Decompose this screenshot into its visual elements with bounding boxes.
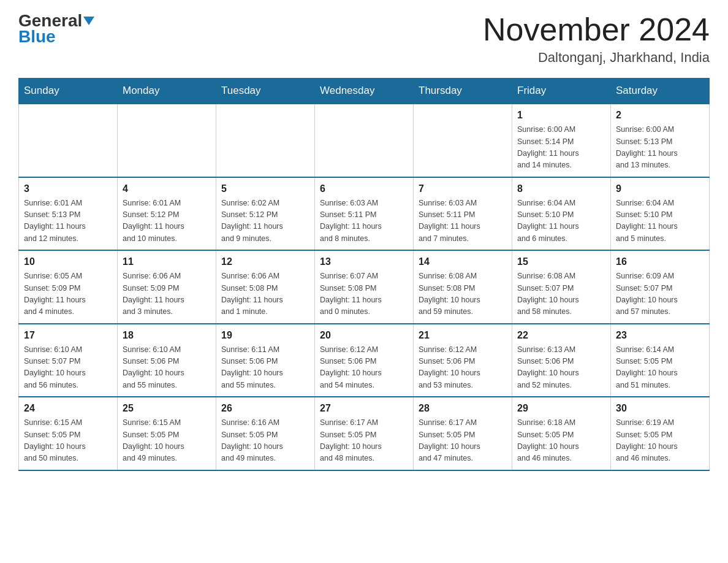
calendar-week-4: 17Sunrise: 6:10 AMSunset: 5:07 PMDayligh…	[19, 324, 710, 397]
calendar-cell: 28Sunrise: 6:17 AMSunset: 5:05 PMDayligh…	[414, 397, 512, 470]
calendar-cell: 25Sunrise: 6:15 AMSunset: 5:05 PMDayligh…	[118, 397, 216, 470]
calendar-header-wednesday: Wednesday	[315, 79, 414, 104]
calendar-cell: 13Sunrise: 6:07 AMSunset: 5:08 PMDayligh…	[315, 250, 414, 324]
sun-info: Sunrise: 6:14 AMSunset: 5:05 PMDaylight:…	[616, 344, 704, 392]
sun-info: Sunrise: 6:04 AMSunset: 5:10 PMDaylight:…	[517, 197, 605, 245]
calendar-cell: 16Sunrise: 6:09 AMSunset: 5:07 PMDayligh…	[611, 250, 710, 324]
calendar-header-tuesday: Tuesday	[216, 79, 315, 104]
day-number: 2	[616, 108, 704, 123]
calendar-cell: 17Sunrise: 6:10 AMSunset: 5:07 PMDayligh…	[19, 324, 118, 397]
day-number: 9	[616, 182, 704, 196]
calendar-cell	[315, 104, 414, 177]
day-number: 12	[221, 255, 309, 269]
calendar-cell: 7Sunrise: 6:03 AMSunset: 5:11 PMDaylight…	[414, 177, 512, 251]
calendar-cell	[216, 104, 315, 177]
calendar-header-monday: Monday	[118, 79, 216, 104]
day-number: 18	[123, 328, 211, 343]
day-number: 22	[517, 328, 605, 343]
day-number: 19	[221, 328, 309, 343]
calendar-cell: 22Sunrise: 6:13 AMSunset: 5:06 PMDayligh…	[512, 324, 611, 397]
calendar-cell: 9Sunrise: 6:04 AMSunset: 5:10 PMDaylight…	[611, 177, 710, 251]
sun-info: Sunrise: 6:03 AMSunset: 5:11 PMDaylight:…	[320, 197, 408, 245]
day-number: 30	[616, 401, 704, 416]
day-number: 14	[419, 255, 507, 269]
calendar-header-saturday: Saturday	[611, 79, 710, 104]
day-number: 26	[221, 401, 309, 416]
sun-info: Sunrise: 6:01 AMSunset: 5:13 PMDaylight:…	[24, 197, 112, 245]
logo-triangle-icon	[83, 17, 94, 25]
calendar-cell: 12Sunrise: 6:06 AMSunset: 5:08 PMDayligh…	[216, 250, 315, 324]
calendar-week-2: 3Sunrise: 6:01 AMSunset: 5:13 PMDaylight…	[19, 177, 710, 251]
day-number: 29	[517, 401, 605, 416]
day-number: 24	[24, 401, 112, 416]
calendar-cell: 3Sunrise: 6:01 AMSunset: 5:13 PMDaylight…	[19, 177, 118, 251]
logo-blue: Blue	[18, 27, 56, 47]
sun-info: Sunrise: 6:18 AMSunset: 5:05 PMDaylight:…	[517, 417, 605, 465]
day-number: 6	[320, 182, 408, 196]
day-number: 16	[616, 255, 704, 269]
calendar-cell: 30Sunrise: 6:19 AMSunset: 5:05 PMDayligh…	[611, 397, 710, 470]
sun-info: Sunrise: 6:04 AMSunset: 5:10 PMDaylight:…	[616, 197, 704, 245]
page-header: General Blue November 2024 Daltonganj, J…	[18, 12, 710, 66]
calendar-table: SundayMondayTuesdayWednesdayThursdayFrid…	[18, 78, 710, 471]
day-number: 25	[123, 401, 211, 416]
calendar-week-5: 24Sunrise: 6:15 AMSunset: 5:05 PMDayligh…	[19, 397, 710, 470]
day-number: 28	[419, 401, 507, 416]
sun-info: Sunrise: 6:06 AMSunset: 5:08 PMDaylight:…	[221, 270, 309, 318]
calendar-cell	[19, 104, 118, 177]
calendar-week-3: 10Sunrise: 6:05 AMSunset: 5:09 PMDayligh…	[19, 250, 710, 324]
sun-info: Sunrise: 6:03 AMSunset: 5:11 PMDaylight:…	[419, 197, 507, 245]
sun-info: Sunrise: 6:00 AMSunset: 5:14 PMDaylight:…	[517, 124, 605, 172]
sun-info: Sunrise: 6:17 AMSunset: 5:05 PMDaylight:…	[320, 417, 408, 465]
sun-info: Sunrise: 6:10 AMSunset: 5:07 PMDaylight:…	[24, 344, 112, 392]
sun-info: Sunrise: 6:13 AMSunset: 5:06 PMDaylight:…	[517, 344, 605, 392]
calendar-cell	[414, 104, 512, 177]
day-number: 11	[123, 255, 211, 269]
day-number: 13	[320, 255, 408, 269]
sun-info: Sunrise: 6:05 AMSunset: 5:09 PMDaylight:…	[24, 270, 112, 318]
month-year: November 2024	[483, 12, 710, 47]
day-number: 20	[320, 328, 408, 343]
calendar-cell: 15Sunrise: 6:08 AMSunset: 5:07 PMDayligh…	[512, 250, 611, 324]
day-number: 10	[24, 255, 112, 269]
calendar-header-thursday: Thursday	[414, 79, 512, 104]
sun-info: Sunrise: 6:15 AMSunset: 5:05 PMDaylight:…	[123, 417, 211, 465]
sun-info: Sunrise: 6:08 AMSunset: 5:07 PMDaylight:…	[517, 270, 605, 318]
calendar-cell: 27Sunrise: 6:17 AMSunset: 5:05 PMDayligh…	[315, 397, 414, 470]
calendar-cell: 10Sunrise: 6:05 AMSunset: 5:09 PMDayligh…	[19, 250, 118, 324]
calendar-cell: 23Sunrise: 6:14 AMSunset: 5:05 PMDayligh…	[611, 324, 710, 397]
sun-info: Sunrise: 6:11 AMSunset: 5:06 PMDaylight:…	[221, 344, 309, 392]
sun-info: Sunrise: 6:00 AMSunset: 5:13 PMDaylight:…	[616, 124, 704, 172]
day-number: 23	[616, 328, 704, 343]
sun-info: Sunrise: 6:06 AMSunset: 5:09 PMDaylight:…	[123, 270, 211, 318]
calendar-cell: 1Sunrise: 6:00 AMSunset: 5:14 PMDaylight…	[512, 104, 611, 177]
calendar-cell: 18Sunrise: 6:10 AMSunset: 5:06 PMDayligh…	[118, 324, 216, 397]
sun-info: Sunrise: 6:08 AMSunset: 5:08 PMDaylight:…	[419, 270, 507, 318]
sun-info: Sunrise: 6:12 AMSunset: 5:06 PMDaylight:…	[320, 344, 408, 392]
day-number: 3	[24, 182, 112, 196]
calendar-cell: 24Sunrise: 6:15 AMSunset: 5:05 PMDayligh…	[19, 397, 118, 470]
calendar-header-friday: Friday	[512, 79, 611, 104]
day-number: 27	[320, 401, 408, 416]
day-number: 5	[221, 182, 309, 196]
calendar-header-sunday: Sunday	[19, 79, 118, 104]
day-number: 1	[517, 108, 605, 123]
calendar-cell: 8Sunrise: 6:04 AMSunset: 5:10 PMDaylight…	[512, 177, 611, 251]
day-number: 4	[123, 182, 211, 196]
calendar-week-1: 1Sunrise: 6:00 AMSunset: 5:14 PMDaylight…	[19, 104, 710, 177]
day-number: 8	[517, 182, 605, 196]
logo: General Blue	[18, 12, 94, 47]
calendar-cell: 14Sunrise: 6:08 AMSunset: 5:08 PMDayligh…	[414, 250, 512, 324]
calendar-cell: 19Sunrise: 6:11 AMSunset: 5:06 PMDayligh…	[216, 324, 315, 397]
calendar-cell: 11Sunrise: 6:06 AMSunset: 5:09 PMDayligh…	[118, 250, 216, 324]
title-block: November 2024 Daltonganj, Jharkhand, Ind…	[483, 12, 710, 66]
sun-info: Sunrise: 6:10 AMSunset: 5:06 PMDaylight:…	[123, 344, 211, 392]
day-number: 21	[419, 328, 507, 343]
sun-info: Sunrise: 6:01 AMSunset: 5:12 PMDaylight:…	[123, 197, 211, 245]
sun-info: Sunrise: 6:02 AMSunset: 5:12 PMDaylight:…	[221, 197, 309, 245]
day-number: 15	[517, 255, 605, 269]
calendar-cell: 6Sunrise: 6:03 AMSunset: 5:11 PMDaylight…	[315, 177, 414, 251]
calendar-header-row: SundayMondayTuesdayWednesdayThursdayFrid…	[19, 79, 710, 104]
sun-info: Sunrise: 6:17 AMSunset: 5:05 PMDaylight:…	[419, 417, 507, 465]
calendar-cell: 20Sunrise: 6:12 AMSunset: 5:06 PMDayligh…	[315, 324, 414, 397]
